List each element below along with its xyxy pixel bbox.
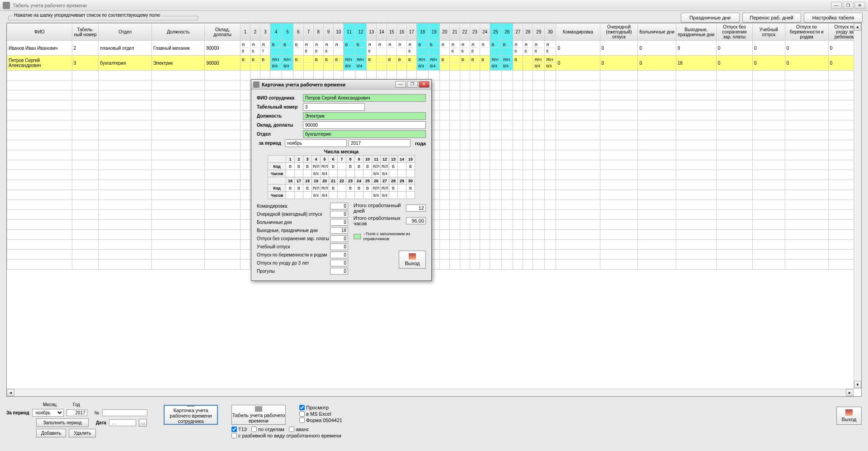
breakdown-checkbox[interactable]: с разбивкой по виду отработанного времен…	[231, 433, 341, 438]
timesheet-report-button[interactable]: Табель учета рабочего времени	[231, 405, 286, 425]
day-hours-cell[interactable]: 8/4	[312, 192, 321, 199]
date-input[interactable]	[109, 419, 136, 426]
day-hours-cell[interactable]	[346, 192, 355, 199]
day-code-cell[interactable]: В	[355, 185, 363, 192]
close-button[interactable]: ✕	[854, 2, 865, 9]
day-code-cell[interactable]: В	[303, 163, 312, 170]
sum-field[interactable]	[330, 268, 348, 275]
dialog-minimize-button[interactable]: —	[395, 81, 406, 88]
day-code-cell[interactable]: В	[329, 185, 338, 192]
sum-field[interactable]	[330, 211, 348, 218]
day-code-cell[interactable]	[398, 185, 406, 192]
day-hours-cell[interactable]	[329, 192, 338, 199]
day-hours-cell[interactable]	[355, 192, 363, 199]
delete-button[interactable]: Удалить	[69, 429, 96, 437]
day-code-cell[interactable]: В	[295, 185, 303, 192]
sum-field[interactable]	[330, 243, 348, 250]
col-day-23[interactable]: 23	[470, 24, 480, 41]
preview-checkbox[interactable]: Просмотр	[299, 405, 342, 410]
col-weekend[interactable]: Выходные, праздничные дни	[676, 24, 716, 41]
day-code-cell[interactable]: Я/Л	[372, 163, 381, 170]
dialog-maximize-button[interactable]: ❐	[407, 81, 418, 88]
scroll-up-icon[interactable]: ▲	[854, 23, 861, 31]
day-code-cell[interactable]: Я/Л	[372, 185, 381, 192]
col-day-16[interactable]: 16	[396, 24, 406, 41]
col-day-29[interactable]: 29	[533, 24, 544, 41]
col-day-14[interactable]: 14	[377, 24, 387, 41]
dialog-month-field[interactable]	[285, 139, 347, 147]
t13-checkbox[interactable]: Т13	[231, 427, 247, 432]
day-code-cell[interactable]: Я/Л	[312, 163, 321, 170]
position-field[interactable]	[303, 112, 426, 120]
minimize-button[interactable]: —	[831, 2, 842, 9]
day-hours-cell[interactable]	[295, 170, 303, 177]
by-dept-checkbox[interactable]: по отделам	[251, 427, 284, 432]
col-fio[interactable]: ФИО	[7, 24, 72, 41]
scroll-down-icon[interactable]: ▼	[854, 381, 861, 389]
total-days-field[interactable]	[406, 204, 426, 212]
col-unpaid[interactable]: Отпуск без сохранения зар. платы	[716, 24, 752, 41]
exit-button[interactable]: Выход	[836, 407, 862, 425]
scroll-left-icon[interactable]: ◄	[7, 389, 14, 396]
sum-field[interactable]	[330, 260, 348, 266]
col-vacation[interactable]: Очередной (ежегодный) отпуск	[600, 24, 638, 41]
total-hours-field[interactable]	[406, 217, 426, 224]
day-hours-cell[interactable]	[295, 192, 303, 199]
col-day-15[interactable]: 15	[387, 24, 396, 41]
col-day-26[interactable]: 26	[501, 24, 513, 41]
col-day-22[interactable]: 22	[460, 24, 470, 41]
day-hours-cell[interactable]: 8/4	[312, 170, 321, 177]
col-day-17[interactable]: 17	[407, 24, 417, 41]
day-hours-cell[interactable]	[363, 170, 372, 177]
dialog-year-field[interactable]	[349, 139, 410, 147]
day-hours-cell[interactable]	[303, 170, 312, 177]
day-code-cell[interactable]: В	[389, 185, 398, 192]
col-day-12[interactable]: 12	[355, 24, 366, 41]
maximize-button[interactable]: ❐	[843, 2, 854, 9]
horizontal-scrollbar[interactable]: ◄ ►	[7, 389, 854, 396]
col-day-28[interactable]: 28	[523, 24, 533, 41]
day-code-cell[interactable]: В	[363, 163, 372, 170]
excel-checkbox[interactable]: в MS Excel	[299, 411, 342, 417]
day-hours-cell[interactable]	[398, 170, 406, 177]
month-select[interactable]: ноябрь	[32, 409, 64, 417]
col-day-24[interactable]: 24	[480, 24, 490, 41]
salary-field[interactable]	[303, 121, 426, 129]
day-hours-cell[interactable]	[338, 170, 346, 177]
day-hours-cell[interactable]: 8/4	[372, 170, 381, 177]
year-input[interactable]	[66, 409, 87, 416]
form-checkbox[interactable]: Форма 0504421	[299, 418, 342, 423]
holidays-button[interactable]: Праздничные дни	[681, 13, 740, 23]
day-code-cell[interactable]: Я/Л	[381, 185, 389, 192]
add-button[interactable]: Добавить	[36, 429, 66, 437]
col-day-11[interactable]: 11	[344, 24, 355, 41]
col-day-18[interactable]: 18	[417, 24, 428, 41]
col-day-8[interactable]: 8	[313, 24, 323, 41]
col-day-30[interactable]: 30	[544, 24, 556, 41]
fill-period-button[interactable]: Заполнить период	[36, 418, 89, 427]
day-code-cell[interactable]: Я/Л	[381, 163, 389, 170]
day-hours-cell[interactable]: 8/4	[372, 192, 381, 199]
day-code-cell[interactable]: В	[389, 163, 398, 170]
day-hours-cell[interactable]	[389, 192, 398, 199]
day-hours-cell[interactable]	[363, 192, 372, 199]
employee-card-button[interactable]: Карточка учета рабочего времени сотрудни…	[164, 405, 218, 425]
day-hours-cell[interactable]	[398, 192, 406, 199]
col-day-1[interactable]: 1	[240, 24, 250, 41]
day-code-cell[interactable]	[338, 163, 346, 170]
advance-checkbox[interactable]: аванс	[289, 427, 309, 432]
col-pos[interactable]: Должность	[151, 24, 205, 41]
vertical-scrollbar[interactable]: ▲ ▼	[854, 23, 861, 389]
col-day-10[interactable]: 10	[334, 24, 344, 41]
day-hours-cell[interactable]: 8/4	[381, 170, 389, 177]
sum-field[interactable]	[330, 203, 348, 209]
col-tabnum[interactable]: Табель- ный номер	[72, 24, 99, 41]
day-code-cell[interactable]: В	[406, 163, 415, 170]
day-code-cell[interactable]: В	[329, 163, 338, 170]
day-code-cell[interactable]: В	[286, 185, 295, 192]
day-hours-cell[interactable]	[286, 192, 295, 199]
sum-field[interactable]	[330, 227, 348, 234]
fio-field[interactable]	[303, 94, 426, 102]
col-day-25[interactable]: 25	[490, 24, 501, 41]
day-code-cell[interactable]: В	[286, 163, 295, 170]
